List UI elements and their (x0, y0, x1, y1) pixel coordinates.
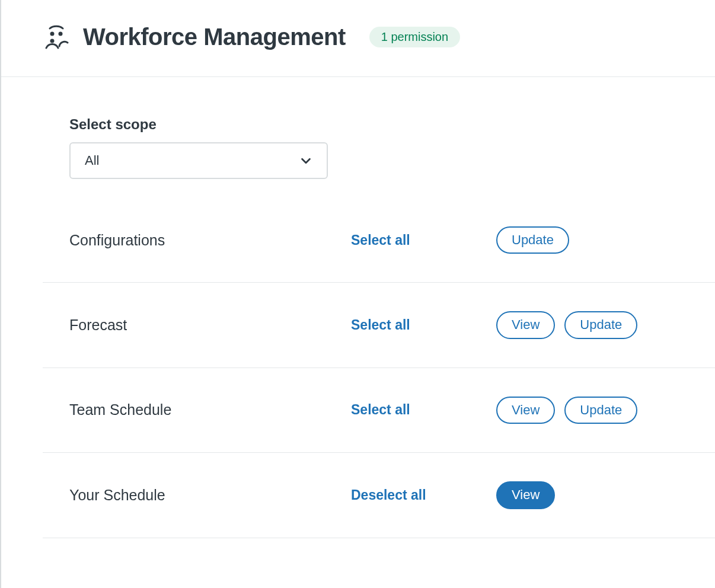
row-actions: View (496, 481, 555, 509)
update-button[interactable]: Update (564, 397, 637, 424)
chevron-down-icon (299, 154, 312, 167)
permission-row-team-schedule: Team Schedule Select all View Update (43, 368, 715, 453)
select-all-link[interactable]: Select all (351, 232, 496, 248)
page-title: Workforce Management (83, 24, 346, 50)
workforce-icon (44, 25, 69, 50)
view-button[interactable]: View (496, 311, 555, 338)
scope-label: Select scope (69, 116, 715, 133)
row-actions: View Update (496, 397, 637, 424)
view-button[interactable]: View (496, 481, 555, 509)
row-label: Team Schedule (69, 401, 351, 418)
page-header: Workforce Management 1 permission (1, 0, 715, 77)
select-all-link[interactable]: Select all (351, 317, 496, 333)
svg-point-2 (50, 39, 55, 43)
svg-point-1 (59, 31, 63, 36)
select-all-link[interactable]: Select all (351, 402, 496, 418)
permission-row-forecast: Forecast Select all View Update (43, 283, 715, 368)
permission-rows: Configurations Select all Update Forecas… (43, 215, 715, 538)
permission-row-your-schedule: Your Schedule Deselect all View (43, 453, 715, 538)
permission-badge: 1 permission (369, 27, 460, 47)
update-button[interactable]: Update (496, 226, 569, 254)
row-label: Configurations (69, 232, 351, 249)
update-button[interactable]: Update (564, 311, 637, 338)
content-area: Select scope All Configurations Select a… (1, 77, 715, 538)
scope-select[interactable]: All (69, 142, 328, 179)
row-label: Your Schedule (69, 487, 351, 504)
svg-point-0 (50, 31, 55, 36)
scope-selected-value: All (85, 153, 99, 168)
row-actions: Update (496, 226, 569, 254)
row-label: Forecast (69, 317, 351, 334)
permission-row-configurations: Configurations Select all Update (43, 215, 715, 283)
deselect-all-link[interactable]: Deselect all (351, 487, 496, 503)
row-actions: View Update (496, 311, 637, 338)
view-button[interactable]: View (496, 397, 555, 424)
